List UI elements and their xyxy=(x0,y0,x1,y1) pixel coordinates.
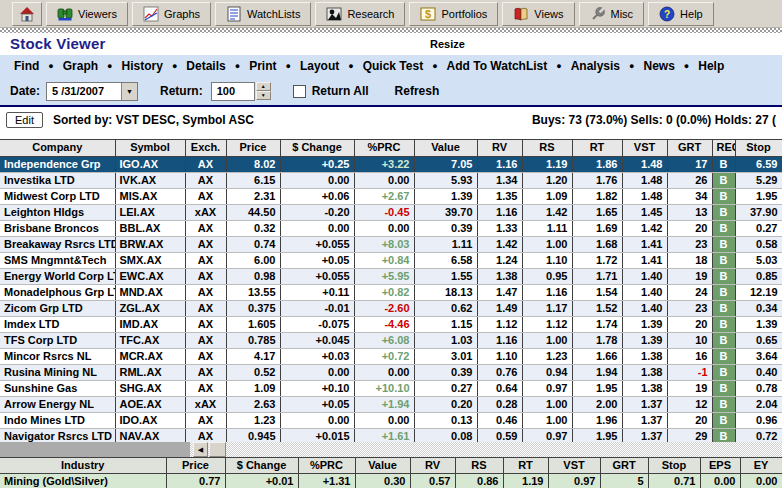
toolbar-tab-home[interactable] xyxy=(12,2,42,26)
col-header-value[interactable]: Value xyxy=(414,140,477,156)
scrollbar-thumb[interactable] xyxy=(209,442,226,457)
menu-item-graph[interactable]: Graph xyxy=(59,59,102,73)
cell-vst: 1.48 xyxy=(622,188,667,204)
cell-company: Mincor Rsrcs NL xyxy=(0,348,115,364)
menu-item-find[interactable]: Find xyxy=(10,59,43,73)
chevron-down-icon[interactable]: ▼ xyxy=(121,83,137,100)
menu-item-news[interactable]: News xyxy=(639,59,678,73)
spin-up-icon[interactable]: ▲ xyxy=(256,82,271,91)
col-header-symbol[interactable]: Symbol xyxy=(115,140,185,156)
cell-rt: 1.71 xyxy=(572,268,622,284)
cell-price: 0.98 xyxy=(226,268,280,284)
industry-row[interactable]: Mining (Gold\Silver)0.77+0.01+1.310.300.… xyxy=(0,474,782,488)
toolbar-tab-graphs[interactable]: Graphs xyxy=(132,2,211,26)
cell-exch: AX xyxy=(185,332,226,348)
col-header-prc[interactable]: %PRC xyxy=(354,140,414,156)
summary-cell-stop: 0.71 xyxy=(648,474,700,488)
cell-company: Zicom Grp LTD xyxy=(0,300,115,316)
cell-symbol: SMX.AX xyxy=(115,252,185,268)
cell-exch: xAX xyxy=(185,396,226,412)
toolbar-tab-views[interactable]: Views xyxy=(502,2,574,26)
toolbar-tab-misc[interactable]: Misc xyxy=(579,2,645,26)
stock-row-mis.ax[interactable]: Midwest Corp LTDMIS.AXAX2.31+0.06+2.671.… xyxy=(0,188,782,204)
cell-exch: AX xyxy=(185,412,226,428)
return-stepper[interactable]: ▲ ▼ xyxy=(256,82,271,100)
return-input[interactable]: 100 xyxy=(211,82,255,101)
stock-row-lei.ax[interactable]: Leighton HldgsLEI.AXxAX44.50-0.20-0.4539… xyxy=(0,204,782,220)
stock-row-nav.ax[interactable]: Navigator Rsrcs LTDNAV.AXAX0.945+0.015+1… xyxy=(0,428,782,442)
spin-down-icon[interactable]: ▼ xyxy=(256,91,271,100)
menu-item-analysis[interactable]: Analysis xyxy=(567,59,624,73)
cell-rs: 1.42 xyxy=(522,204,572,220)
stock-row-shg.ax[interactable]: Sunshine GasSHG.AXAX1.09+0.10+10.100.270… xyxy=(0,380,782,396)
toolbar-tab-research[interactable]: Research xyxy=(315,2,405,26)
stock-row-aoe.ax[interactable]: Arrow Energy NLAOE.AXxAX2.63+0.05+1.940.… xyxy=(0,396,782,412)
stock-row-mnd.ax[interactable]: Monadelphous Grp LTDMND.AXAX13.55+0.11+0… xyxy=(0,284,782,300)
scrollbar-track[interactable] xyxy=(190,442,782,457)
col-header-rv[interactable]: RV xyxy=(477,140,522,156)
stock-row-imd.ax[interactable]: Imdex LTDIMD.AXAX1.605-0.075-4.461.151.1… xyxy=(0,316,782,332)
cell-vst: 1.41 xyxy=(622,236,667,252)
resize-label[interactable]: Resize xyxy=(430,38,465,50)
col-header-exch[interactable]: Exch. xyxy=(185,140,226,156)
col-header-rs[interactable]: RS xyxy=(522,140,572,156)
cell-company: SMS Mngmnt&Tech xyxy=(0,252,115,268)
cell-rs: 1.23 xyxy=(522,348,572,364)
cell-change: 0.00 xyxy=(280,220,354,236)
stock-row-smx.ax[interactable]: SMS Mngmnt&TechSMX.AXAX6.00+0.05+0.846.5… xyxy=(0,252,782,268)
menu-item-details[interactable]: Details xyxy=(182,59,229,73)
refresh-button[interactable]: Refresh xyxy=(395,84,440,98)
stock-row-ivk.ax[interactable]: Investika LTDIVK.AXAX6.150.000.005.931.3… xyxy=(0,172,782,188)
horizontal-scrollbar[interactable]: ◀ xyxy=(0,442,782,457)
menu-item-quick-test[interactable]: Quick Test xyxy=(359,59,427,73)
stock-row-brw.ax[interactable]: Breakaway Rsrcs LTDBRW.AXAX0.74+0.055+8.… xyxy=(0,236,782,252)
menu-item-history[interactable]: History xyxy=(118,59,167,73)
stock-row-igo.ax[interactable]: Independence GrpIGO.AXAX8.02+0.25+3.227.… xyxy=(0,156,782,172)
cell-company: Investika LTD xyxy=(0,172,115,188)
menu-separator-icon: ● xyxy=(679,61,694,71)
col-header-grt[interactable]: GRT xyxy=(667,140,712,156)
toolbar-tab-portfolios[interactable]: $Portfolios xyxy=(409,2,498,26)
cell-stop: 0.72 xyxy=(735,428,782,442)
cell-grt: 16 xyxy=(667,348,712,364)
stock-row-mcr.ax[interactable]: Mincor Rsrcs NLMCR.AXAX4.17+0.03+0.723.0… xyxy=(0,348,782,364)
return-all-checkbox[interactable] xyxy=(293,85,306,98)
cell-change: 0.00 xyxy=(280,364,354,380)
col-header-stop[interactable]: Stop xyxy=(735,140,782,156)
menu-item-help[interactable]: Help xyxy=(694,59,728,73)
col-header-change[interactable]: $ Change xyxy=(280,140,354,156)
cell-stop: 5.29 xyxy=(735,172,782,188)
edit-button[interactable]: Edit xyxy=(6,112,43,128)
cell-vst: 1.48 xyxy=(622,172,667,188)
stock-row-tfc.ax[interactable]: TFS Corp LTDTFC.AXAX0.785+0.045+6.081.03… xyxy=(0,332,782,348)
col-header-rt[interactable]: RT xyxy=(572,140,622,156)
col-header-rec[interactable]: REC xyxy=(712,140,735,156)
cell-change: +0.055 xyxy=(280,268,354,284)
summary-cell-rs: 0.86 xyxy=(455,474,503,488)
stock-row-zgl.ax[interactable]: Zicom Grp LTDZGL.AXAX0.375-0.01-2.600.62… xyxy=(0,300,782,316)
cell-exch: AX xyxy=(185,380,226,396)
cell-rt: 2.00 xyxy=(572,396,622,412)
col-header-price[interactable]: Price xyxy=(226,140,280,156)
cell-stop: 3.64 xyxy=(735,348,782,364)
stock-row-ewc.ax[interactable]: Energy World Corp LTDEWC.AXAX0.98+0.055+… xyxy=(0,268,782,284)
cell-rec: B xyxy=(712,412,735,428)
date-select[interactable]: 5 /31/2007 ▼ xyxy=(46,82,138,101)
stock-row-ido.ax[interactable]: Indo Mines LTDIDO.AXAX1.230.000.000.130.… xyxy=(0,412,782,428)
stock-row-rml.ax[interactable]: Rusina Mining NLRML.AXAX0.520.000.000.39… xyxy=(0,364,782,380)
cell-grt: 24 xyxy=(667,284,712,300)
toolbar-tab-help[interactable]: ?Help xyxy=(648,2,714,26)
col-header-company[interactable]: Company xyxy=(0,140,115,156)
toolbar-tab-watchlists[interactable]: WatchLists xyxy=(215,2,311,26)
cell-exch: AX xyxy=(185,156,226,172)
stock-row-bbl.ax[interactable]: Brisbane BroncosBBL.AXAX0.320.000.000.39… xyxy=(0,220,782,236)
menu-item-add-to-watchlist[interactable]: Add To WatchList xyxy=(443,59,552,73)
cell-vst: 1.40 xyxy=(622,284,667,300)
scroll-left-icon[interactable]: ◀ xyxy=(193,442,208,457)
menu-item-print[interactable]: Print xyxy=(245,59,280,73)
menu-item-layout[interactable]: Layout xyxy=(296,59,343,73)
col-header-vst[interactable]: VST xyxy=(622,140,667,156)
toolbar-tab-viewers[interactable]: Viewers xyxy=(46,2,128,26)
cell-vst: 1.38 xyxy=(622,364,667,380)
cell-rv: 1.49 xyxy=(477,300,522,316)
